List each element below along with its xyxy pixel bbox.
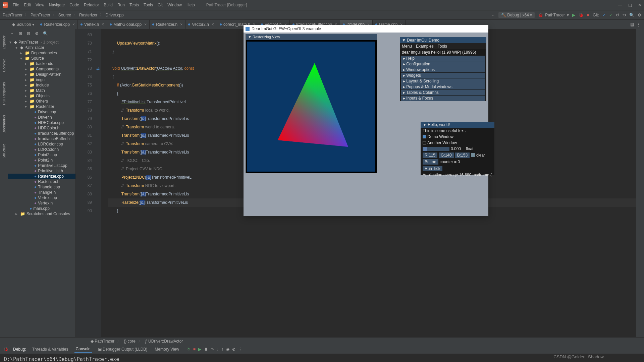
editor-tab[interactable]: Rasterizer.cpp× [38, 20, 78, 29]
search-icon[interactable]: 🔍 [43, 31, 48, 36]
tree-item[interactable]: ▸📁 Others [8, 99, 75, 104]
checkbox-another-window[interactable] [423, 141, 426, 144]
run-target[interactable]: 🐞 PathTracer ▾ [538, 13, 569, 17]
tree-item[interactable]: ● Rasterizer.h [8, 179, 75, 184]
menu-tools[interactable]: Tools [144, 3, 153, 7]
imgui-menu-item[interactable]: Menu [402, 44, 412, 49]
menu-code[interactable]: Code [69, 3, 79, 7]
rerun-icon[interactable]: ↻ [187, 347, 191, 352]
back-icon[interactable]: ← [491, 13, 495, 17]
tree-item[interactable]: ▸📁 Dependencies [8, 50, 75, 56]
tree-item[interactable]: ▸📁 DesignPattern [8, 72, 75, 77]
crumb[interactable]: Driver.cpp [106, 13, 124, 17]
menu-file[interactable]: File [13, 3, 19, 7]
crumb[interactable]: PathTracer [3, 13, 22, 17]
rasterizing-view-title[interactable]: ▼ Rasterizing View [246, 34, 377, 40]
solution-label[interactable]: ◆ Solution ▾ [9, 22, 38, 27]
tree-item[interactable]: ▸📁 Scratches and Consoles [8, 211, 75, 217]
tab-list-icon[interactable]: ▤ [630, 22, 634, 27]
pause-icon[interactable]: ⏸ [204, 347, 208, 352]
tree-item[interactable]: ● HDRColor.cpp [8, 120, 75, 125]
tab-close-icon[interactable]: × [144, 22, 147, 27]
step-out-icon[interactable]: ↑ [221, 347, 223, 352]
build-config[interactable]: 🔨 Debug | x64 ▾ [498, 12, 535, 18]
revert-icon[interactable]: ⟲ [623, 13, 626, 17]
color-swatch[interactable] [471, 153, 475, 157]
rail-pull-requests[interactable]: Pull Requests [2, 82, 6, 105]
tree-item[interactable]: ● IrradianceBuffer.cpp [8, 131, 75, 136]
imgui-section[interactable]: ▸ Window options [401, 67, 485, 72]
bc-item[interactable]: ƒ UDriver::DrawActor [145, 339, 183, 344]
resume-icon[interactable]: ▶ [198, 347, 201, 352]
rail-structure[interactable]: Structure [2, 143, 6, 159]
imgui-section[interactable]: ▸ Help [401, 56, 485, 61]
editor-tab[interactable]: Rasterizer.h× [150, 20, 185, 29]
rail-explorer[interactable]: Explorer [2, 36, 6, 49]
menu-help[interactable]: Help [186, 3, 195, 7]
step-into-icon[interactable]: ↓ [217, 347, 219, 352]
mute-breakpoints-icon[interactable]: ⊘ [232, 347, 235, 352]
bc-item[interactable]: ◆ PathTracer [91, 339, 114, 344]
imgui-hello-window[interactable]: ▼ Hello, world! This is some useful text… [421, 122, 494, 175]
menu-build[interactable]: Build [104, 3, 113, 7]
tree-item[interactable]: ● Point2.cpp [8, 152, 75, 158]
debug-tab-memory[interactable]: Memory View [153, 346, 180, 352]
tree-item[interactable]: ▾◆ PathTracer [8, 45, 75, 50]
tab-close-icon[interactable]: × [102, 22, 104, 27]
menu-window[interactable]: Window [167, 3, 182, 7]
rgb-b[interactable]: B:153 [455, 153, 470, 158]
tree-item[interactable]: ● Point2.h [8, 158, 75, 163]
tree-item[interactable]: ▾📁 Rasterizer [8, 104, 75, 109]
debug-icon[interactable]: 🐞 [579, 13, 584, 17]
tree-root[interactable]: ▾◆ PathTracer· 1 project [8, 40, 75, 45]
stop-icon[interactable]: ■ [587, 13, 589, 17]
editor-tab[interactable]: MathGlobal.cpp× [107, 20, 150, 29]
maximize-icon[interactable]: ▢ [628, 3, 632, 7]
button[interactable]: Button [423, 159, 438, 165]
tree-item[interactable]: ● Triangle.h [8, 190, 75, 195]
git-update-icon[interactable]: ✓ [602, 13, 606, 17]
collapse-icon[interactable]: ⊟ [27, 31, 32, 36]
checkbox-demo-window[interactable] [423, 135, 426, 138]
view-breakpoints-icon[interactable]: ◉ [226, 347, 229, 352]
select-file-icon[interactable]: ⌖ [11, 31, 15, 36]
bc-item[interactable]: {} core [124, 339, 136, 344]
imgui-section[interactable]: ▸ Widgets [401, 73, 485, 78]
imgui-menu-item[interactable]: Tools [438, 44, 447, 49]
crumb[interactable]: PathTracer [31, 13, 50, 17]
editor-tab[interactable]: Vertex.h× [78, 20, 107, 29]
tree-item[interactable]: ● Vertex.h [8, 200, 75, 206]
rail-bookmarks[interactable]: Bookmarks [2, 115, 6, 133]
tree-item[interactable]: ▾📁 Source [8, 56, 75, 61]
more-icon[interactable]: ⋮ [238, 347, 242, 352]
menu-view[interactable]: View [36, 3, 44, 7]
tree-item[interactable]: ● PrimitiveList.h [8, 168, 75, 174]
rgb-g[interactable]: G:140 [439, 153, 454, 158]
tab-close-icon[interactable]: × [72, 22, 75, 27]
settings-icon[interactable]: ⚙ [35, 31, 40, 36]
imgui-section[interactable]: ▸ Configuration [401, 61, 485, 67]
tree-item[interactable]: ● LDRColor.h [8, 147, 75, 152]
float-slider[interactable] [423, 147, 449, 151]
tree-item[interactable]: ● main.cpp [8, 206, 75, 211]
tab-close-icon[interactable]: × [212, 22, 214, 27]
debug-tab-threads[interactable]: Threads & Variables [31, 346, 70, 352]
menu-refactor[interactable]: Refactor [84, 3, 99, 7]
tree-item[interactable]: ▸📁 imgui [8, 77, 75, 82]
crumb[interactable]: Rasterizer [79, 13, 98, 17]
tree-item[interactable]: ● Triangle.cpp [8, 184, 75, 190]
rasterizing-view-window[interactable]: ▼ Rasterizing View [246, 34, 377, 173]
tree-item[interactable]: ● PrimitiveList.cpp [8, 163, 75, 168]
tree-item[interactable]: ● Vertex.cpp [8, 195, 75, 200]
stop-icon[interactable]: ■ [193, 347, 196, 352]
menu-navigate[interactable]: Navigate [49, 3, 65, 7]
console-output[interactable]: D:\PathTracer\x64\Debug\PathTracer.exe [0, 354, 644, 362]
imgui-section[interactable]: ▸ Layout & Scrolling [401, 78, 485, 84]
file-tree[interactable]: ▾◆ PathTracer· 1 project ▾◆ PathTracer▸📁… [8, 38, 75, 337]
tree-item[interactable]: ● IrradianceBuffer.h [8, 136, 75, 141]
close-icon[interactable]: ✕ [638, 3, 641, 7]
more-icon[interactable]: ⋮ [637, 22, 641, 27]
tree-item[interactable]: ▸📁 Components [8, 66, 75, 72]
imgui-section[interactable]: ▸ Inputs & Focus [401, 96, 485, 101]
menu-git[interactable]: Git [158, 3, 163, 7]
